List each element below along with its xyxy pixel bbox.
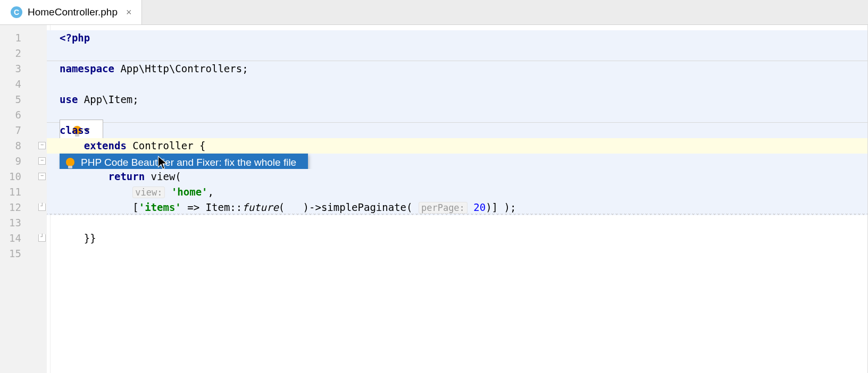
token-text: view( (145, 171, 181, 182)
line-number: 11 (0, 184, 47, 200)
line-number: 5 (0, 92, 47, 107)
code-line-current[interactable]: extends Controller { (47, 138, 868, 154)
token-string: 'home' (171, 186, 208, 198)
code-line[interactable] (47, 246, 868, 261)
token-string: 'items' (139, 201, 181, 213)
code-line[interactable] (47, 215, 868, 231)
code-area[interactable]: <?php namespace App\Http\Controllers; us… (47, 25, 868, 373)
file-type-icon: C (11, 6, 22, 18)
line-number: 6 (0, 107, 47, 123)
token-keyword: namespace (60, 63, 114, 74)
line-number: 13 (0, 215, 47, 231)
fold-toggle-icon[interactable]: − (38, 173, 46, 180)
token-text: Controller { (127, 140, 206, 151)
code-line[interactable]: ['items' => Item::future( )->simplePagin… (47, 200, 868, 215)
code-line[interactable]: use App\Item; (47, 92, 868, 107)
token-php-open: <?php (60, 32, 90, 44)
code-line[interactable] (47, 77, 868, 92)
token-text: [ (132, 201, 138, 213)
fold-end-icon[interactable]: ┘ (38, 204, 46, 211)
token-text: App\Item; (78, 94, 138, 105)
editor: 1 2 3 4 5 6 7 8 9 10 11 12 13 14 15 − − … (0, 25, 868, 373)
intention-action-item[interactable]: PHP Code Beautifier and Fixer: fix the w… (60, 154, 308, 171)
token-text: => Item:: (181, 201, 242, 213)
line-number: 7 (0, 123, 47, 138)
gutter: 1 2 3 4 5 6 7 8 9 10 11 12 13 14 15 − − … (0, 25, 47, 373)
line-number: 4 (0, 77, 47, 92)
tab-filename: HomeController.php (28, 6, 118, 18)
close-icon[interactable]: × (123, 7, 135, 18)
intention-action-label: PHP Code Beautifier and Fixer: fix the w… (81, 155, 296, 170)
parameter-hint: perPage: (419, 202, 468, 214)
fold-toggle-icon[interactable]: − (38, 157, 46, 165)
line-number: 1 (0, 30, 47, 46)
token-text: ( )->simplePaginate( (279, 201, 419, 213)
tab-bar: C HomeController.php × (0, 0, 868, 25)
token-keyword: extends (84, 140, 127, 151)
code-line[interactable]: class HomeController class (47, 123, 868, 138)
token-text: }} (84, 232, 96, 244)
editor-tab-active[interactable]: C HomeController.php × (0, 0, 142, 24)
token-method: future (242, 201, 279, 213)
line-number: 15 (0, 246, 47, 261)
code-line[interactable] (47, 46, 868, 61)
line-number: 2 (0, 46, 47, 61)
code-line[interactable]: <?php (47, 30, 868, 46)
token-text: , (208, 186, 214, 198)
token-text: )] ); (486, 201, 516, 213)
token-keyword: use (60, 94, 78, 105)
code-line[interactable]: namespace App\Http\Controllers; (47, 61, 868, 77)
lightbulb-icon (66, 158, 74, 166)
parameter-hint: view: (132, 186, 165, 198)
code-line[interactable]: }} (47, 231, 868, 246)
token-text: App\Http\Controllers; (114, 63, 248, 74)
code-line[interactable] (47, 107, 868, 123)
line-number: 3 (0, 61, 47, 77)
fold-toggle-icon[interactable]: − (38, 142, 46, 149)
token-keyword: class (60, 123, 90, 138)
code-line[interactable]: PHP Code Beautifier and Fixer: fix the w… (47, 154, 868, 169)
fold-end-icon[interactable]: ┘ (38, 234, 46, 242)
code-line[interactable]: view: 'home', (47, 184, 868, 200)
token-keyword: return (108, 171, 145, 182)
code-line[interactable]: return view( (47, 169, 868, 184)
token-number: 20 (468, 201, 486, 213)
